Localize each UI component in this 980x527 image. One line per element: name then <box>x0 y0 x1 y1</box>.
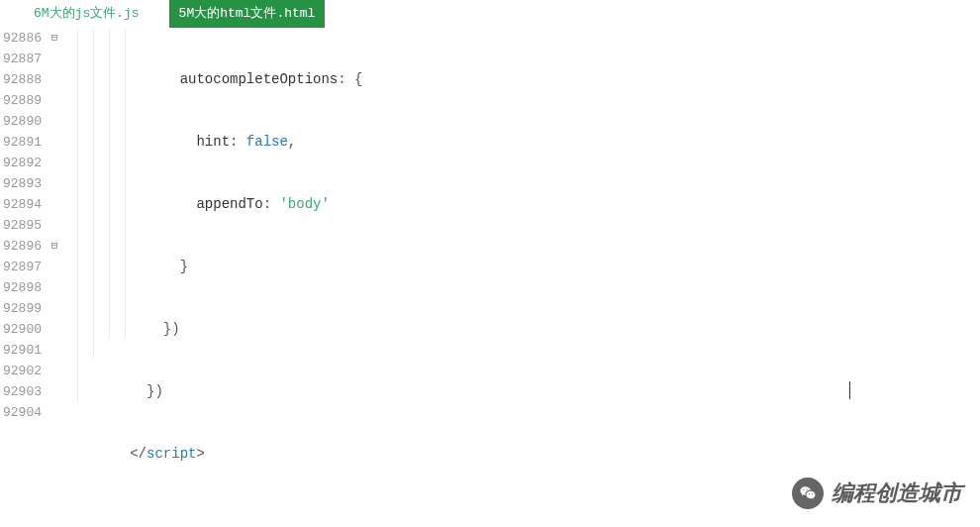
line-number: 92904 <box>0 402 42 423</box>
code-content[interactable]: autocompleteOptions: { hint: false, appe… <box>61 28 795 527</box>
line-number: 92897 <box>0 257 42 277</box>
line-number: 92900 <box>0 319 42 340</box>
fold-toggle[interactable]: ⊟ <box>48 28 61 49</box>
line-number: 92896 <box>0 236 42 257</box>
wechat-icon <box>792 477 824 509</box>
code-line: }) <box>63 319 795 340</box>
code-line: hint: false, <box>63 132 795 153</box>
line-number: 92903 <box>0 381 42 402</box>
line-number: 92888 <box>0 69 42 90</box>
line-number: 92890 <box>0 111 42 132</box>
line-number: 92894 <box>0 194 42 215</box>
tab-html-file[interactable]: 5M大的html文件.html <box>169 0 326 28</box>
code-line: } <box>63 257 795 277</box>
line-number: 92895 <box>0 215 42 236</box>
line-number: 92902 <box>0 361 42 381</box>
line-number: 92893 <box>0 173 42 194</box>
fold-toggle[interactable]: ⊟ <box>48 236 61 257</box>
line-number: 92899 <box>0 298 42 319</box>
line-number: 92889 <box>0 90 42 111</box>
text-cursor <box>849 381 850 399</box>
line-number: 92901 <box>0 340 42 361</box>
line-number-gutter: 92886 92887 92888 92889 92890 92891 9289… <box>0 28 48 527</box>
line-number: 92898 <box>0 277 42 298</box>
code-line <box>63 506 795 527</box>
line-number: 92891 <box>0 132 42 153</box>
watermark: 编程创造城市 <box>792 477 962 509</box>
fold-collapse-icon: ⊟ <box>51 236 58 257</box>
code-line: </script> <box>63 444 795 465</box>
watermark-text: 编程创造城市 <box>832 478 962 508</box>
editor-tabs: 6M大的js文件.js 5M大的html文件.html <box>0 0 980 28</box>
code-line: autocompleteOptions: { <box>63 69 795 90</box>
code-editor[interactable]: 92886 92887 92888 92889 92890 92891 9289… <box>0 28 980 527</box>
tab-js-file[interactable]: 6M大的js文件.js <box>24 0 149 28</box>
fold-gutter: ⊟ ⊟ <box>48 28 61 527</box>
fold-collapse-icon: ⊟ <box>51 28 58 49</box>
code-line: }) <box>63 381 795 402</box>
line-number: 92887 <box>0 49 42 69</box>
line-number: 92886 <box>0 28 42 49</box>
code-line: appendTo: 'body' <box>63 194 795 215</box>
line-number: 92892 <box>0 153 42 173</box>
